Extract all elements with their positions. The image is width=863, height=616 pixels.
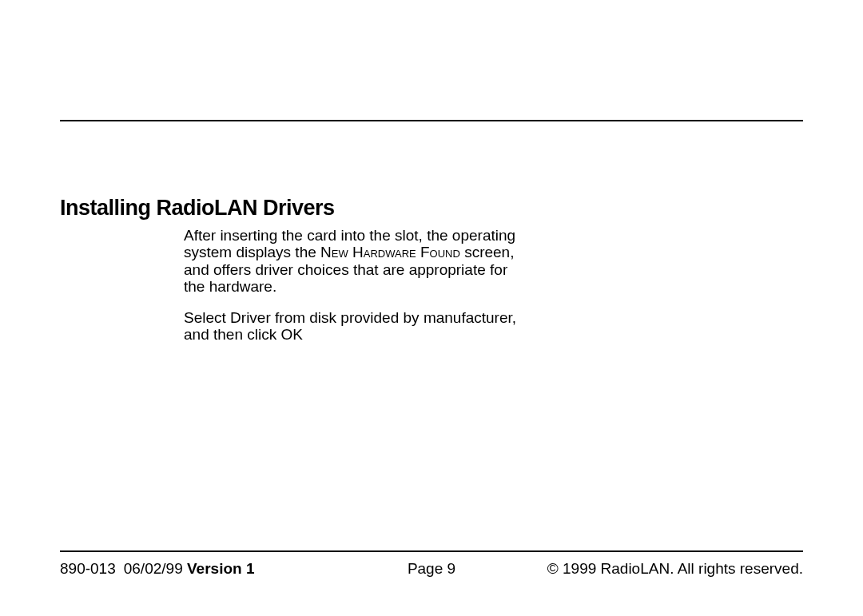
footer-left: 890-013 06/02/99 Version 1 [60, 560, 254, 578]
page-container: Installing RadioLAN Drivers After insert… [0, 0, 863, 616]
top-rule [60, 120, 803, 121]
paragraph-1-smallcaps: New Hardware Found [320, 244, 460, 260]
doc-date: 06/02/99 [124, 560, 183, 577]
footer: 890-013 06/02/99 Version 1 Page 9 © 1999… [60, 560, 803, 578]
section-heading: Installing RadioLAN Drivers [60, 196, 803, 221]
version-label: Version 1 [187, 560, 255, 577]
doc-date-version: 06/02/99 Version 1 [124, 560, 255, 578]
footer-right: © 1999 RadioLAN. All rights reserved. [547, 560, 803, 578]
body-text: After inserting the card into the slot, … [184, 227, 519, 344]
content-area: Installing RadioLAN Drivers After insert… [60, 196, 803, 358]
paragraph-1: After inserting the card into the slot, … [184, 227, 519, 295]
page-label: Page 9 [408, 560, 455, 577]
doc-number: 890-013 [60, 560, 116, 578]
footer-rule [60, 550, 803, 552]
copyright: © 1999 RadioLAN. All rights reserved. [547, 560, 803, 577]
footer-center: Page 9 [408, 560, 455, 578]
paragraph-2: Select Driver from disk provided by manu… [184, 309, 519, 344]
